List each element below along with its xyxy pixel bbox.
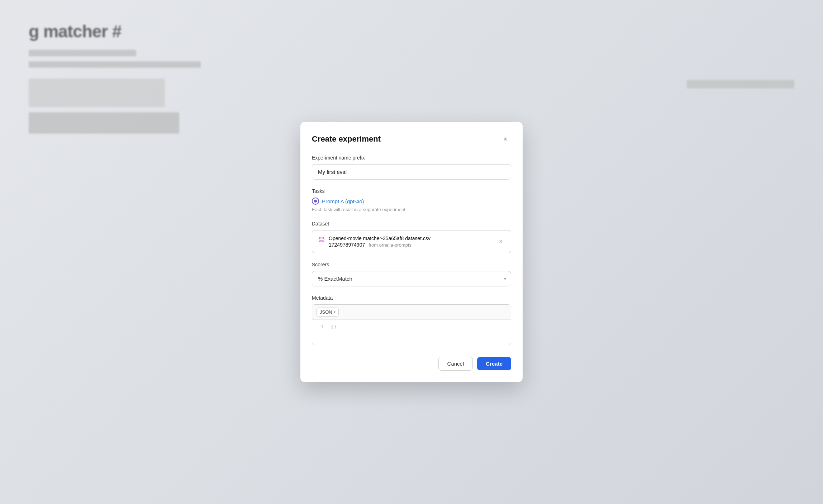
cancel-button[interactable]: Cancel	[438, 357, 473, 371]
database-icon	[318, 236, 325, 243]
scorers-select-wrapper: % ExactMatch ▾	[312, 271, 511, 286]
dataset-section: Dataset Opened-movie matcher-35a65af8 da…	[312, 221, 511, 253]
dataset-id: 1724978974907	[329, 242, 365, 248]
json-chevron-icon: ▾	[334, 310, 336, 314]
modal-backdrop: Create experiment × Experiment name pref…	[0, 0, 823, 504]
create-button[interactable]: Create	[477, 357, 511, 370]
task-icon-dot	[314, 200, 317, 203]
dataset-label: Dataset	[312, 221, 511, 227]
close-button[interactable]: ×	[500, 133, 511, 145]
dataset-meta: 1724978974907 from ornella-prompts	[329, 242, 430, 248]
dataset-info: Opened-movie matcher-35a65af8 dataset.cs…	[329, 236, 430, 248]
experiment-name-label: Experiment name prefix	[312, 155, 511, 161]
task-name[interactable]: Prompt A (gpt-4o)	[322, 198, 364, 204]
task-item: Prompt A (gpt-4o)	[312, 198, 511, 205]
experiment-name-section: Experiment name prefix	[312, 155, 511, 180]
json-badge-label: JSON	[320, 309, 332, 315]
metadata-toolbar: JSON ▾	[312, 305, 511, 320]
code-editor[interactable]: 1 {}	[312, 320, 511, 345]
svg-point-0	[319, 237, 324, 239]
experiment-name-input[interactable]	[312, 164, 511, 180]
dataset-from: from ornella-prompts	[368, 242, 412, 248]
tasks-section: Tasks Prompt A (gpt-4o) Each task will r…	[312, 188, 511, 212]
code-content: {}	[331, 324, 337, 341]
task-icon	[312, 198, 319, 205]
scorers-section: Scorers % ExactMatch ▾	[312, 262, 511, 286]
modal-footer: Cancel Create	[312, 357, 511, 371]
scorers-label: Scorers	[312, 262, 511, 267]
dataset-box: Opened-movie matcher-35a65af8 dataset.cs…	[312, 230, 511, 253]
task-subtitle: Each task will result in a separate expe…	[312, 207, 511, 212]
line-number: 1	[317, 324, 324, 341]
dataset-remove-button[interactable]: ×	[496, 237, 505, 246]
dataset-filename: Opened-movie matcher-35a65af8 dataset.cs…	[329, 236, 430, 241]
dataset-left: Opened-movie matcher-35a65af8 dataset.cs…	[318, 236, 430, 248]
modal-title: Create experiment	[312, 134, 381, 144]
create-experiment-modal: Create experiment × Experiment name pref…	[300, 122, 523, 382]
json-format-button[interactable]: JSON ▾	[317, 308, 339, 317]
tasks-label: Tasks	[312, 188, 511, 194]
metadata-section: Metadata JSON ▾ 1 {}	[312, 295, 511, 345]
scorers-select[interactable]: % ExactMatch	[312, 271, 511, 286]
metadata-editor: JSON ▾ 1 {}	[312, 304, 511, 345]
metadata-label: Metadata	[312, 295, 511, 301]
modal-header: Create experiment ×	[312, 133, 511, 145]
